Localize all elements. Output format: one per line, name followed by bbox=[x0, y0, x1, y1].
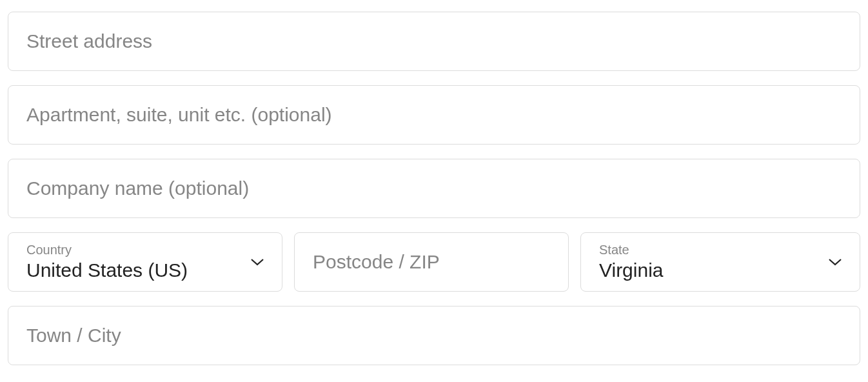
country-select[interactable]: Country United States (US) bbox=[8, 232, 282, 292]
country-value: United States (US) bbox=[26, 259, 243, 282]
state-label: State bbox=[599, 242, 821, 257]
state-select[interactable]: State Virginia bbox=[580, 232, 860, 292]
chevron-down-icon bbox=[248, 253, 266, 271]
apartment-field bbox=[8, 85, 860, 145]
state-value: Virginia bbox=[599, 259, 821, 282]
street-address-field bbox=[8, 12, 860, 71]
city-input[interactable] bbox=[26, 325, 842, 347]
chevron-down-icon bbox=[826, 253, 844, 271]
apartment-input[interactable] bbox=[26, 104, 842, 126]
country-postcode-state-row: Country United States (US) State Virgini… bbox=[8, 232, 860, 292]
address-form: Country United States (US) State Virgini… bbox=[8, 12, 860, 365]
company-name-field bbox=[8, 159, 860, 218]
street-address-input[interactable] bbox=[26, 30, 842, 52]
company-name-input[interactable] bbox=[26, 177, 842, 199]
city-field bbox=[8, 306, 860, 365]
postcode-field bbox=[294, 232, 569, 292]
postcode-input[interactable] bbox=[313, 251, 550, 273]
country-label: Country bbox=[26, 242, 243, 257]
